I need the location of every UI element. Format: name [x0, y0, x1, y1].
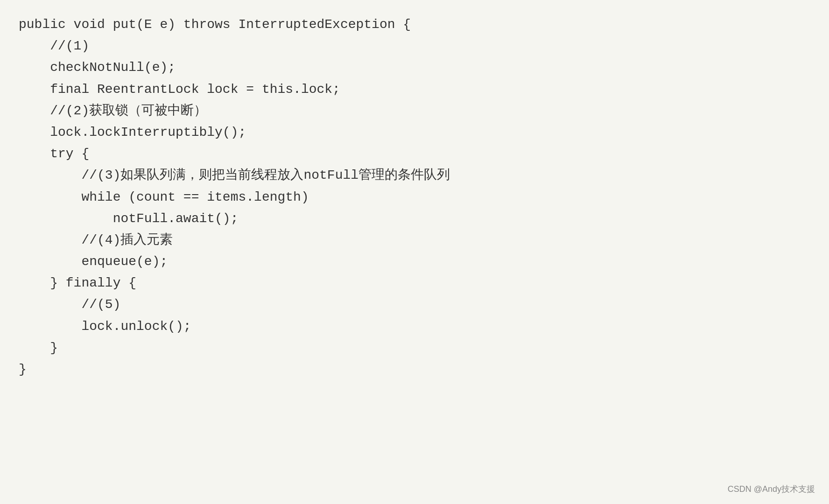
- code-container: public void put(E e) throws InterruptedE…: [0, 0, 829, 504]
- code-line: lock.unlock();: [19, 316, 810, 337]
- code-line: //(3)如果队列满，则把当前线程放入notFull管理的条件队列: [19, 165, 810, 186]
- code-line: //(2)获取锁（可被中断）: [19, 100, 810, 122]
- code-line: while (count == items.length): [19, 187, 810, 208]
- code-line: public void put(E e) throws InterruptedE…: [19, 14, 810, 35]
- code-line: }: [19, 337, 810, 359]
- code-line: //(1): [19, 35, 810, 57]
- code-line: }: [19, 359, 810, 380]
- code-line: lock.lockInterruptibly();: [19, 122, 810, 143]
- code-line: //(5): [19, 294, 810, 315]
- code-line: final ReentrantLock lock = this.lock;: [19, 79, 810, 100]
- code-line: enqueue(e);: [19, 251, 810, 273]
- watermark: CSDN @Andy技术支援: [728, 483, 815, 495]
- code-line: try {: [19, 143, 810, 165]
- code-line: //(4)插入元素: [19, 230, 810, 251]
- code-line: notFull.await();: [19, 208, 810, 230]
- code-block: public void put(E e) throws InterruptedE…: [19, 14, 810, 380]
- code-line: checkNotNull(e);: [19, 57, 810, 78]
- code-line: } finally {: [19, 273, 810, 294]
